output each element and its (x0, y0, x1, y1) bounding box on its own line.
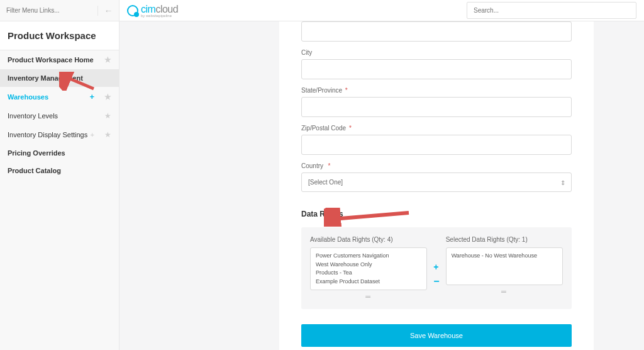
logo-text-wrap: cimcloud by websitepipeline (141, 4, 178, 18)
state-group: State/Province * (301, 87, 572, 117)
content-scroll: City State/Province * Zip/Postal Code * … (119, 21, 644, 350)
logo-cloud: cloud (155, 4, 178, 14)
sidebar-item-pricing-overrides[interactable]: Pricing Overrides (0, 144, 119, 162)
zip-input[interactable] (301, 135, 572, 155)
list-item[interactable]: Example Product Dataset (316, 278, 421, 286)
zip-group: Zip/Postal Code * (301, 125, 572, 155)
sidebar-item-home[interactable]: Product Workspace Home★ (0, 50, 119, 69)
sidebar-item-label: Product Workspace Home (8, 56, 94, 64)
data-rights-panel: Available Data Rights (Qty: 4) Power Cus… (301, 227, 572, 309)
street-address-input[interactable] (301, 21, 572, 42)
arrow-left-icon: ← (104, 6, 113, 16)
form-panel: City State/Province * Zip/Postal Code * … (279, 21, 594, 350)
sidebar-item-inventory-management[interactable]: Inventory Management (0, 69, 119, 87)
sidebar: ← Product Workspace Product Workspace Ho… (0, 0, 119, 350)
country-label: Country * (301, 162, 572, 169)
top-bar: cimcloud by websitepipeline (119, 0, 644, 21)
sidebar-item-inventory-display-settings[interactable]: Inventory Display Settings+★ (0, 125, 119, 144)
logo[interactable]: cimcloud by websitepipeline (127, 4, 178, 18)
main-area: cimcloud by websitepipeline City State/P… (119, 0, 644, 350)
drag-handle-icon[interactable]: ═ (446, 288, 563, 295)
selected-rights-box: Selected Data Rights (Qty: 1) Warehouse … (446, 236, 563, 300)
search-input[interactable] (467, 2, 636, 19)
country-group: Country * [Select One] ⇕ (301, 162, 572, 192)
workspace-title: Product Workspace (0, 21, 119, 50)
logo-icon (127, 5, 138, 16)
menu-list: Product Workspace Home★Inventory Managem… (0, 50, 119, 179)
city-input[interactable] (301, 59, 572, 79)
list-item[interactable]: Warehouse - No West Warehouse (452, 252, 557, 261)
logo-cim: cim (141, 4, 155, 14)
sidebar-item-label: Warehouses (8, 93, 48, 101)
list-item[interactable]: Power Customers Navigation (316, 252, 421, 261)
state-label: State/Province * (301, 87, 572, 94)
city-group: City (301, 49, 572, 79)
partial-field-group (301, 21, 572, 42)
filter-row: ← (0, 0, 119, 21)
back-button[interactable]: ← (97, 6, 119, 16)
sidebar-item-label: Inventory Levels (8, 112, 58, 120)
add-right-button[interactable]: + (433, 262, 439, 272)
selected-rights-label: Selected Data Rights (Qty: 1) (446, 236, 563, 243)
star-icon[interactable]: ★ (104, 130, 111, 139)
city-label: City (301, 49, 572, 56)
drag-handle-icon[interactable]: ═ (310, 293, 427, 300)
sidebar-item-inventory-levels[interactable]: Inventory Levels★ (0, 106, 119, 125)
remove-right-button[interactable]: − (433, 276, 439, 287)
available-rights-label: Available Data Rights (Qty: 4) (310, 236, 427, 243)
available-rights-list[interactable]: Power Customers NavigationWest Warehouse… (310, 247, 427, 290)
zip-label: Zip/Postal Code * (301, 125, 572, 132)
selected-rights-list[interactable]: Warehouse - No West Warehouse (446, 247, 563, 285)
sidebar-item-label: Pricing Overrides (8, 149, 65, 157)
data-rights-heading: Data Rights (301, 210, 572, 218)
available-rights-box: Available Data Rights (Qty: 4) Power Cus… (310, 236, 427, 300)
sidebar-item-label: Product Catalog (8, 167, 61, 174)
filter-menu-input[interactable] (0, 0, 97, 21)
sidebar-item-warehouses[interactable]: Warehouses+★ (0, 87, 119, 106)
save-warehouse-button[interactable]: Save Warehouse (301, 324, 572, 347)
star-icon[interactable]: ★ (104, 55, 111, 64)
sidebar-item-label: Inventory Management (8, 74, 83, 82)
star-icon[interactable]: ★ (104, 111, 111, 120)
rights-controls: + − (433, 236, 439, 300)
plus-icon[interactable]: + (89, 92, 94, 101)
list-item[interactable]: Products - Tea (316, 269, 421, 278)
state-input[interactable] (301, 97, 572, 117)
plus-icon[interactable]: + (91, 131, 94, 138)
sidebar-item-label: Inventory Display Settings (8, 131, 87, 138)
sidebar-item-product-catalog[interactable]: Product Catalog (0, 162, 119, 179)
star-icon[interactable]: ★ (104, 93, 111, 101)
country-select[interactable]: [Select One] (301, 172, 572, 192)
list-item[interactable]: West Warehouse Only (316, 261, 421, 269)
